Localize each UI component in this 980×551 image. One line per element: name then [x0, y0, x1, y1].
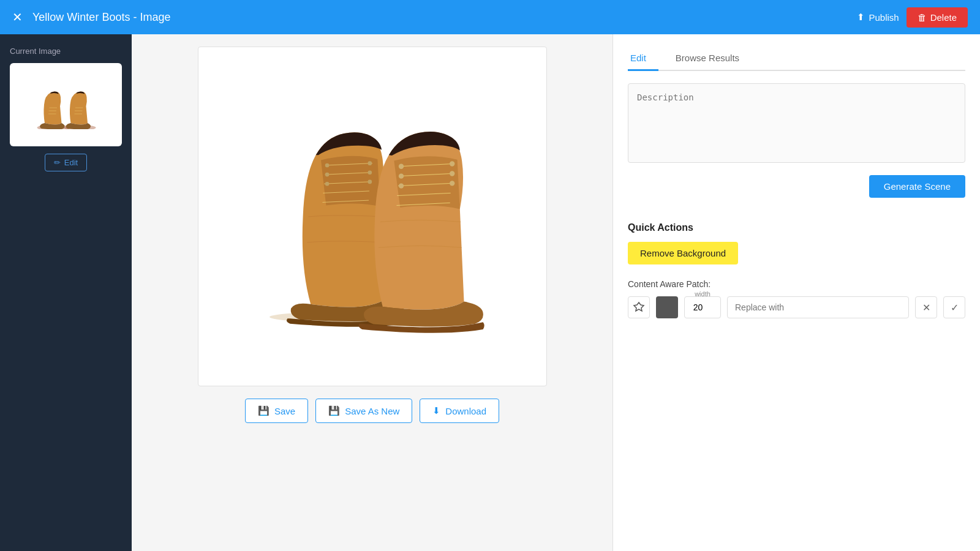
svg-point-27 [398, 183, 403, 188]
svg-point-25 [398, 163, 403, 168]
replace-with-input[interactable] [727, 296, 909, 318]
page-title: Yellow Winter Boots - Image [32, 11, 857, 24]
patch-icon-svg [633, 301, 645, 313]
patch-tool-icon[interactable] [628, 296, 650, 318]
width-field-container: width [684, 296, 721, 318]
patch-controls: width ✕ ✓ [628, 296, 965, 318]
save-button[interactable]: 💾 Save [245, 399, 308, 423]
save-new-icon: 💾 [328, 405, 340, 416]
svg-point-15 [325, 172, 329, 176]
main-canvas-area: 💾 Save 💾 Save As New ⬇ Download [132, 34, 612, 551]
color-swatch[interactable] [656, 296, 678, 318]
thumbnail-boots-svg [32, 80, 100, 129]
publish-button[interactable]: ⬆ Publish [857, 12, 899, 23]
trash-icon: 🗑 [918, 12, 927, 23]
tab-edit[interactable]: Edit [628, 47, 658, 71]
svg-point-29 [450, 171, 454, 176]
sidebar: Current Image [0, 34, 132, 551]
header: ✕ Yellow Winter Boots - Image ⬆ Publish … [0, 0, 980, 34]
edit-button[interactable]: ✏ Edit [45, 154, 87, 171]
remove-background-button[interactable]: Remove Background [628, 242, 738, 264]
thumbnail-image [15, 68, 117, 141]
main-boots-svg [244, 100, 501, 333]
save-icon: 💾 [258, 405, 270, 416]
svg-point-18 [368, 170, 372, 174]
close-icon[interactable]: ✕ [12, 10, 23, 24]
svg-point-14 [325, 163, 329, 167]
quick-actions-label: Quick Actions [628, 222, 965, 233]
sidebar-section-label: Current Image [10, 47, 122, 56]
svg-point-28 [450, 161, 454, 166]
header-actions: ⬆ Publish 🗑 Delete [857, 7, 968, 28]
generate-scene-button[interactable]: Generate Scene [869, 175, 965, 198]
description-input[interactable] [628, 83, 965, 163]
svg-point-19 [368, 179, 372, 184]
delete-button[interactable]: 🗑 Delete [907, 7, 968, 28]
save-as-new-button[interactable]: 💾 Save As New [315, 399, 412, 423]
image-canvas [198, 47, 547, 386]
width-input[interactable] [684, 296, 721, 318]
content-aware-label: Content Aware Patch: [628, 279, 965, 289]
confirm-patch-button[interactable]: ✓ [943, 296, 965, 318]
width-label: width [695, 290, 710, 298]
pencil-icon: ✏ [54, 158, 61, 167]
bottom-actions: 💾 Save 💾 Save As New ⬇ Download [245, 399, 499, 423]
download-icon: ⬇ [432, 405, 440, 416]
svg-point-26 [398, 173, 403, 178]
right-panel: Edit Browse Results Generate Scene Quick… [612, 34, 980, 551]
svg-point-17 [368, 161, 372, 165]
clear-patch-button[interactable]: ✕ [915, 296, 937, 318]
thumbnail-container [10, 63, 122, 146]
download-button[interactable]: ⬇ Download [420, 399, 499, 423]
tab-browse-results[interactable]: Browse Results [673, 47, 752, 71]
svg-point-30 [450, 181, 454, 186]
tabs: Edit Browse Results [628, 47, 965, 71]
svg-point-16 [325, 181, 329, 186]
main-layout: Current Image [0, 34, 980, 551]
publish-icon: ⬆ [857, 12, 865, 23]
